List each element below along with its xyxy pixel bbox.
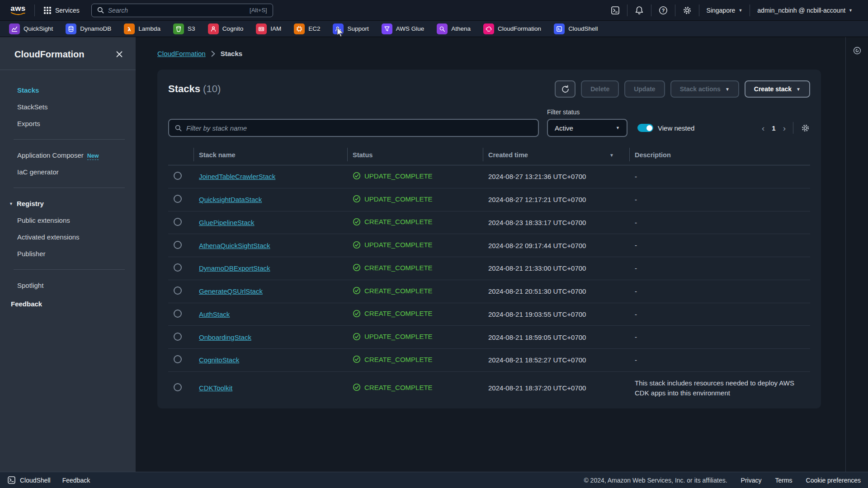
sidebar-item-stacksets[interactable]: StackSets [0, 99, 136, 115]
stack-name-link[interactable]: CDKToolkit [199, 384, 232, 392]
close-icon[interactable] [114, 49, 125, 60]
created-time-cell: 2024-08-21 19:03:55 UTC+0700 [483, 303, 629, 326]
update-button[interactable]: Update [624, 80, 665, 98]
stack-name-link[interactable]: GluePipelineStack [199, 219, 255, 226]
sidebar-item-spotlight[interactable]: Spotlight [0, 277, 136, 294]
search-input[interactable] [108, 7, 245, 14]
current-page[interactable]: 1 [772, 124, 775, 132]
favorite-dynamodb[interactable]: DynamoDB [66, 23, 111, 34]
favorite-s3[interactable]: S3 [173, 23, 195, 34]
side-panel-toggle[interactable] [851, 44, 863, 472]
account-menu[interactable]: admin_ncbinh @ ncbill-account ▼ [750, 7, 860, 14]
status-text: UPDATE_COMPLETE [364, 195, 433, 203]
column-header-created-time[interactable]: Created time ▼ [483, 147, 629, 165]
sidebar-item-activated-extensions[interactable]: Activated extensions [0, 229, 136, 245]
favorite-lambda[interactable]: λ Lambda [124, 23, 160, 34]
favorite-cloudformation[interactable]: CloudFormation [483, 23, 541, 34]
privacy-link[interactable]: Privacy [741, 477, 762, 484]
favorite-ec2[interactable]: EC2 [294, 23, 320, 34]
gear-icon [801, 123, 810, 133]
favorite-aws-glue[interactable]: AWS Glue [382, 23, 425, 34]
favorite-iam[interactable]: IAM [256, 23, 281, 34]
help-button[interactable]: ? [651, 0, 675, 20]
bell-icon [634, 5, 644, 15]
sidebar-item-stacks[interactable]: Stacks [0, 82, 136, 99]
aws-logo[interactable]: aws [8, 5, 28, 16]
stack-filter [168, 119, 539, 137]
cookie-preferences-link[interactable]: Cookie preferences [806, 477, 861, 484]
row-radio[interactable] [174, 195, 182, 203]
column-header-stack-name[interactable]: Stack name [193, 147, 347, 165]
column-header-status[interactable]: Status [347, 147, 483, 165]
sidebar-item-exports[interactable]: Exports [0, 115, 136, 132]
sidebar-section-registry[interactable]: ▼ Registry [0, 195, 136, 212]
sidebar-item-publisher[interactable]: Publisher [0, 245, 136, 262]
stack-name-link[interactable]: AuthStack [199, 310, 230, 318]
favorite-cloudshell[interactable]: CloudShell [554, 23, 598, 34]
delete-button[interactable]: Delete [581, 80, 619, 98]
status-badge: CREATE_COMPLETE [353, 218, 433, 226]
previous-page-button[interactable]: ‹ [762, 124, 764, 132]
success-check-icon [353, 310, 361, 318]
refresh-icon [561, 85, 570, 94]
breadcrumb-current: Stacks [221, 50, 242, 57]
stack-name-link[interactable]: DynamoDBExportStack [199, 264, 270, 272]
filter-status-value: Active [555, 124, 573, 132]
success-check-icon [353, 286, 361, 295]
next-page-button[interactable]: › [783, 124, 786, 132]
footer-cloudshell-button[interactable]: CloudShell [7, 476, 51, 484]
row-radio[interactable] [174, 286, 182, 295]
settings-button[interactable] [675, 0, 699, 20]
terms-link[interactable]: Terms [775, 477, 792, 484]
favorite-cognito[interactable]: Cognito [208, 23, 244, 34]
favorite-label: DynamoDB [80, 25, 111, 32]
global-search[interactable]: [Alt+S] [91, 4, 273, 17]
favorite-quicksight[interactable]: QuickSight [9, 23, 53, 34]
created-time-cell: 2024-08-27 13:21:36 UTC+0700 [483, 165, 629, 188]
filter-status-dropdown[interactable]: Active ▼ [547, 119, 627, 137]
sidebar-item-feedback[interactable]: Feedback [0, 294, 136, 312]
services-menu-button[interactable]: Services [41, 7, 82, 14]
status-text: CREATE_COMPLETE [364, 218, 433, 225]
sidebar-item-public-extensions[interactable]: Public extensions [0, 212, 136, 229]
row-radio[interactable] [174, 172, 182, 180]
view-nested-toggle[interactable] [637, 124, 653, 132]
column-header-description[interactable]: Description [629, 147, 810, 165]
success-check-icon [353, 355, 361, 363]
table-row: DynamoDBExportStack CREATE_COMPLETE 2024… [168, 257, 810, 280]
cloudshell-button[interactable] [604, 0, 627, 20]
sort-descending-icon[interactable]: ▼ [609, 153, 614, 158]
row-radio[interactable] [174, 355, 182, 363]
chevron-down-icon: ▼ [616, 126, 620, 130]
footer-feedback-button[interactable]: Feedback [62, 477, 90, 484]
row-radio[interactable] [174, 241, 182, 249]
chevron-right-icon [211, 51, 215, 57]
stack-name-link[interactable]: OnboardingStack [199, 333, 251, 341]
stack-actions-button[interactable]: Stack actions ▼ [670, 80, 739, 98]
favorite-support[interactable]: Support [333, 23, 368, 34]
table-preferences-button[interactable] [801, 123, 810, 133]
stack-name-link[interactable]: QuicksightDataStack [199, 196, 262, 203]
support-icon [333, 23, 344, 34]
refresh-button[interactable] [555, 80, 576, 98]
stack-name-link[interactable]: JoinedTableCrawlerStack [199, 173, 275, 180]
row-radio[interactable] [174, 310, 182, 318]
sidebar-item-iac-generator[interactable]: IaC generator [0, 164, 136, 180]
row-radio[interactable] [174, 333, 182, 341]
stack-name-link[interactable]: AthenaQuickSightStack [199, 242, 270, 249]
row-radio[interactable] [174, 218, 182, 226]
sidebar-item-application-composer[interactable]: Application ComposerNew [0, 147, 136, 164]
row-radio[interactable] [174, 263, 182, 272]
stack-filter-input[interactable] [186, 124, 532, 132]
stack-name-link[interactable]: GenerateQSUrlStack [199, 287, 263, 295]
created-time-cell: 2024-08-22 09:17:44 UTC+0700 [483, 234, 629, 257]
stack-name-link[interactable]: CognitoStack [199, 356, 239, 364]
status-text: CREATE_COMPLETE [364, 287, 433, 295]
row-radio[interactable] [174, 383, 182, 391]
main-content: CloudFormation Stacks Stacks (10) [136, 37, 845, 472]
notifications-button[interactable] [627, 0, 651, 20]
region-selector[interactable]: Singapore ▼ [699, 7, 750, 14]
create-stack-button[interactable]: Create stack ▼ [745, 80, 810, 98]
favorite-athena[interactable]: Athena [437, 23, 471, 34]
breadcrumb-cloudformation-link[interactable]: CloudFormation [157, 50, 206, 57]
